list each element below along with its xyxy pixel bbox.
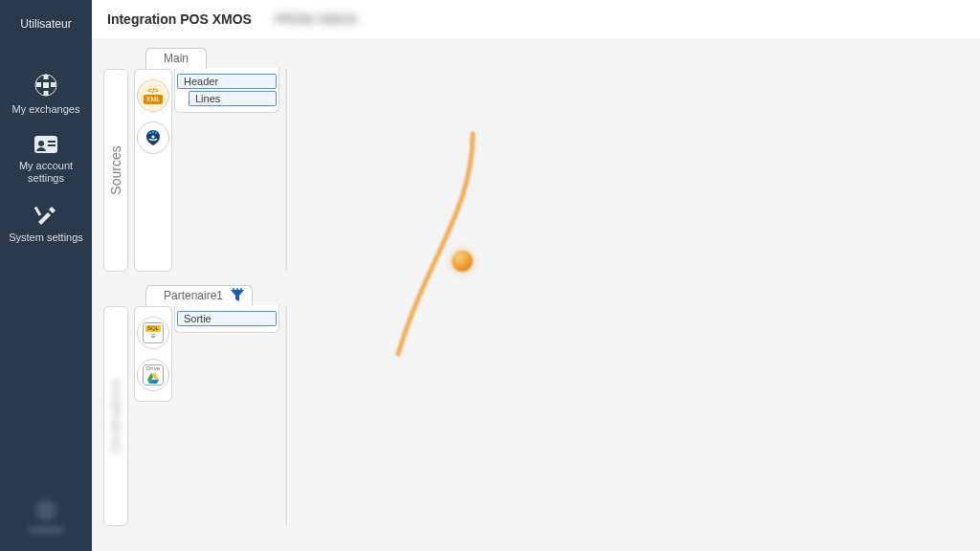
exchanges-icon [33, 73, 59, 98]
nav-exchanges[interactable]: My exchanges [0, 63, 92, 125]
svg-rect-9 [48, 144, 56, 146]
xml-label: XML [144, 95, 163, 103]
svg-point-15 [233, 288, 234, 290]
sources-rail-label: Sources [108, 145, 123, 194]
drive-label: Drive [146, 365, 160, 372]
svg-rect-2 [36, 82, 41, 87]
sources-tree: Header Lines [174, 68, 279, 113]
nav-account[interactable]: My account settings [0, 125, 92, 194]
svg-rect-5 [44, 91, 49, 96]
source-partner-button[interactable] [137, 121, 169, 154]
sources-section: Main Sources </> XML [103, 44, 969, 272]
destinations-rail: Destinations [103, 306, 128, 526]
destinations-tab[interactable]: Partenaire1 [145, 285, 253, 306]
sql-badge: SQL [145, 325, 161, 332]
tools-icon [34, 205, 57, 226]
svg-rect-8 [48, 141, 56, 143]
workflow-canvas: Main Sources </> XML [92, 38, 980, 551]
destinations-section: Partenaire1 Destinations S [103, 281, 969, 526]
svg-point-7 [38, 141, 44, 146]
sidebar: Utilisateur My exchanges My account sett… [0, 0, 92, 551]
flow-node [452, 251, 473, 272]
source-xml-button[interactable]: </> XML [137, 79, 169, 112]
svg-rect-4 [44, 75, 49, 79]
svg-point-11 [149, 132, 151, 134]
main-area: Integration POS XMOS FROM XMOS Main Sour… [92, 0, 980, 551]
destination-drive-button[interactable]: Drive [137, 359, 169, 391]
destination-sql-button[interactable]: SQL ≡ [137, 317, 169, 349]
page-subtitle-blur: FROM XMOS [275, 11, 357, 27]
svg-point-12 [152, 131, 154, 133]
svg-point-13 [155, 132, 157, 134]
destinations-tree: Sortie [174, 305, 279, 333]
destinations-tab-label: Partenaire1 [164, 289, 223, 302]
xml-code-icon: </> [147, 87, 159, 95]
sources-rail: Sources [103, 69, 128, 272]
sources-preview [285, 69, 287, 272]
svg-rect-1 [43, 82, 49, 88]
page-title: Integration POS XMOS [107, 11, 252, 27]
sources-tab-main[interactable]: Main [145, 48, 207, 69]
svg-point-14 [151, 135, 154, 138]
nav-label: System settings [9, 231, 83, 244]
sql-lines-icon: ≡ [151, 332, 156, 341]
svg-point-17 [240, 288, 242, 290]
tree-item-sortie[interactable]: Sortie [177, 311, 277, 326]
id-card-icon [33, 135, 58, 154]
nav-system[interactable]: System settings [0, 195, 92, 253]
destinations-preview [285, 306, 287, 526]
sidebar-user-label: Utilisateur [20, 17, 71, 31]
partner-logo-icon [143, 127, 164, 148]
funnel-icon [229, 287, 246, 304]
destinations-icon-column: SQL ≡ Drive [134, 306, 172, 402]
svg-point-16 [236, 288, 238, 290]
nav-label: My exchanges [12, 103, 80, 116]
sidebar-bottom-blur [29, 499, 63, 534]
destinations-rail-label: Destinations [108, 379, 123, 452]
google-drive-icon [146, 373, 160, 385]
svg-rect-3 [51, 82, 56, 87]
topbar: Integration POS XMOS FROM XMOS [92, 0, 980, 38]
svg-rect-10 [34, 206, 41, 215]
tree-item-lines[interactable]: Lines [189, 91, 277, 106]
tree-item-header[interactable]: Header [177, 74, 277, 89]
sources-icon-column: </> XML [134, 69, 172, 272]
nav-label: My account settings [6, 160, 86, 185]
